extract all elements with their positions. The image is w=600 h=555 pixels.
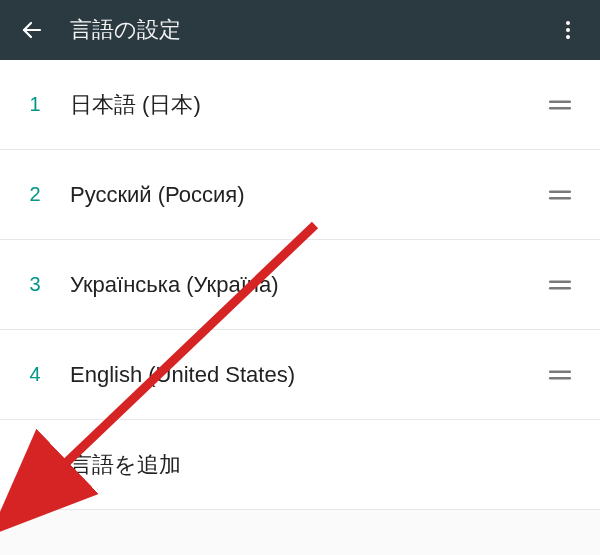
language-row[interactable]: 2 Русский (Россия) <box>0 150 600 240</box>
language-label: English (United States) <box>70 362 540 388</box>
arrow-back-icon <box>20 18 44 42</box>
row-index: 1 <box>0 93 70 116</box>
more-options-button[interactable] <box>548 10 588 50</box>
drag-handle[interactable] <box>540 362 580 388</box>
plus-icon-wrap <box>0 452 70 478</box>
drag-handle[interactable] <box>540 182 580 208</box>
language-list: 1 日本語 (日本) 2 Русский (Россия) 3 Українсь… <box>0 60 600 510</box>
add-language-label: 言語を追加 <box>70 450 181 480</box>
drag-handle[interactable] <box>540 92 580 118</box>
language-label: 日本語 (日本) <box>70 90 540 120</box>
page-title: 言語の設定 <box>70 15 548 45</box>
svg-point-2 <box>566 28 570 32</box>
drag-handle[interactable] <box>540 272 580 298</box>
language-label: Українська (Україна) <box>70 272 540 298</box>
add-language-button[interactable]: 言語を追加 <box>0 420 600 510</box>
row-index: 2 <box>0 183 70 206</box>
row-index: 3 <box>0 273 70 296</box>
drag-handle-icon <box>547 92 573 118</box>
row-index: 4 <box>0 363 70 386</box>
drag-handle-icon <box>547 182 573 208</box>
language-row[interactable]: 3 Українська (Україна) <box>0 240 600 330</box>
language-label: Русский (Россия) <box>70 182 540 208</box>
language-row[interactable]: 4 English (United States) <box>0 330 600 420</box>
svg-point-3 <box>566 35 570 39</box>
plus-icon <box>22 452 48 478</box>
app-bar: 言語の設定 <box>0 0 600 60</box>
drag-handle-icon <box>547 362 573 388</box>
svg-point-1 <box>566 21 570 25</box>
back-button[interactable] <box>12 10 52 50</box>
language-row[interactable]: 1 日本語 (日本) <box>0 60 600 150</box>
more-vert-icon <box>556 18 580 42</box>
drag-handle-icon <box>547 272 573 298</box>
